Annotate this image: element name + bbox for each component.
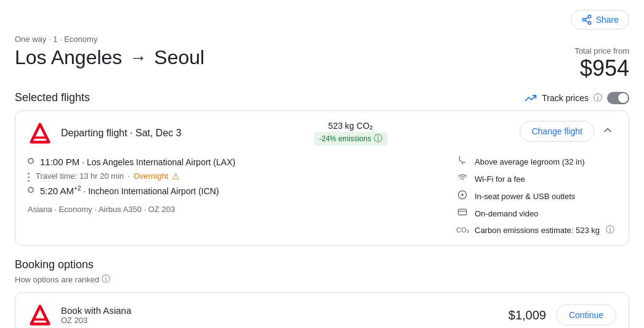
total-price-value: $954 — [574, 55, 629, 81]
legroom-icon — [456, 155, 469, 168]
trip-meta: One way · 1 · Economy — [15, 35, 629, 44]
departure-point: 11:00 PM · Los Angeles International Air… — [28, 155, 444, 169]
arrival-dot — [28, 187, 34, 193]
co2-info-icon[interactable]: ⓘ — [606, 224, 614, 236]
amenity-power-text: In-seat power & USB outlets — [475, 192, 575, 201]
dot-sep3: · — [83, 186, 88, 196]
svg-line-4 — [585, 17, 588, 19]
booking-airline-logo — [28, 303, 52, 327]
amenity-video: On-demand video — [456, 207, 616, 219]
track-prices-info-icon[interactable]: ⓘ — [594, 92, 602, 104]
share-icon — [581, 14, 592, 25]
wifi-icon — [456, 173, 469, 185]
booking-left: Book with Asiana OZ 203 — [28, 303, 131, 327]
origin-city: Los Angeles — [15, 46, 122, 69]
travel-time-label: Travel time: 13 hr 20 min — [36, 171, 124, 181]
chevron-up-icon — [602, 124, 614, 136]
flight-card-left: Departing flight · Sat, Dec 3 — [28, 121, 182, 146]
track-prices-icon — [525, 92, 537, 104]
emissions-badge: -24% emissions ⓘ — [314, 132, 387, 146]
share-label: Share — [596, 15, 619, 25]
departure-dot — [28, 158, 34, 164]
amenity-co2: CO₂ Carbon emissions estimate: 523 kg ⓘ — [456, 224, 616, 236]
departure-text: 11:00 PM · Los Angeles International Air… — [40, 155, 235, 169]
co2-icon: CO₂ — [456, 226, 469, 234]
booking-card: Book with Asiana OZ 203 $1,009 Continue — [15, 292, 629, 328]
continue-button[interactable]: Continue — [556, 305, 616, 326]
flight-route: 11:00 PM · Los Angeles International Air… — [28, 155, 444, 236]
route-dot-arrival — [28, 184, 34, 193]
svg-line-3 — [585, 20, 588, 22]
collapse-button[interactable] — [599, 121, 616, 142]
flight-card: Departing flight · Sat, Dec 3 523 kg CO₂… — [15, 110, 629, 246]
route-dots — [28, 171, 30, 183]
booking-subtitle: OZ 203 — [61, 316, 131, 325]
flight-info-text: Asiana · Economy · Airbus A350 · OZ 203 — [28, 205, 444, 214]
amenity-wifi: Wi-Fi for a fee — [456, 173, 616, 185]
amenity-wifi-text: Wi-Fi for a fee — [475, 174, 525, 184]
destination-city: Seoul — [154, 46, 204, 69]
booking-options-title: Booking options — [15, 258, 629, 271]
trip-title: Los Angeles → Seoul — [15, 46, 204, 69]
arrival-text: 5:20 AM+2 · Incheon International Airpor… — [40, 184, 219, 198]
power-icon — [456, 190, 469, 202]
amenity-power: In-seat power & USB outlets — [456, 190, 616, 202]
flight-details: 11:00 PM · Los Angeles International Air… — [28, 155, 616, 236]
warning-icon: ⚠ — [172, 171, 180, 181]
video-icon — [456, 207, 469, 219]
rank-info-icon[interactable]: ⓘ — [102, 274, 110, 285]
top-bar: Share — [15, 10, 629, 30]
departure-time: 11:00 PM — [40, 157, 79, 167]
booking-title: Book with Asiana — [61, 305, 131, 316]
change-flight-button[interactable]: Change flight — [520, 121, 594, 142]
arrival-time: 5:20 AM — [40, 186, 74, 196]
flight-departing-title: Departing flight · Sat, Dec 3 — [61, 128, 182, 139]
amenity-video-text: On-demand video — [475, 209, 538, 218]
arrival-airport: Incheon International Airport (ICN) — [88, 186, 219, 196]
booking-right: $1,009 Continue — [509, 305, 616, 326]
overnight-badge: Overnight — [134, 171, 168, 181]
selected-flights-header: Selected flights Track prices ⓘ — [15, 91, 629, 104]
booking-rank-text: How options are ranked ⓘ — [15, 274, 629, 285]
booking-asiana-logo — [29, 304, 51, 326]
track-prices-area: Track prices ⓘ — [525, 92, 629, 104]
arrival-point: 5:20 AM+2 · Incheon International Airpor… — [28, 184, 444, 198]
flight-card-right: Change flight — [520, 121, 616, 142]
trip-header: Los Angeles → Seoul Total price from $95… — [15, 46, 629, 81]
svg-marker-5 — [31, 125, 49, 142]
route-dot-departure — [28, 155, 34, 164]
flight-card-header: Departing flight · Sat, Dec 3 523 kg CO₂… — [28, 121, 616, 146]
track-prices-label: Track prices — [542, 93, 589, 103]
dot-sep2: · — [127, 171, 130, 181]
departure-airport: Los Angeles International Airport (LAX) — [87, 157, 235, 167]
amenity-legroom: Above average legroom (32 in) — [456, 155, 616, 168]
travel-time-row: Travel time: 13 hr 20 min · Overnight ⚠ — [36, 171, 180, 181]
arrival-superscript: +2 — [74, 185, 81, 192]
co2-section: 523 kg CO₂ -24% emissions ⓘ — [314, 121, 387, 146]
airline-logo — [28, 121, 52, 146]
dot-sep1: · — [82, 157, 87, 167]
booking-price: $1,009 — [509, 308, 546, 322]
svg-rect-10 — [458, 209, 466, 215]
booking-options-section: Booking options How options are ranked ⓘ… — [15, 258, 629, 328]
emissions-info-icon[interactable]: ⓘ — [374, 133, 382, 144]
booking-info: Book with Asiana OZ 203 — [61, 305, 131, 325]
selected-flights-title: Selected flights — [15, 91, 90, 104]
svg-marker-12 — [31, 306, 49, 324]
share-button[interactable]: Share — [571, 10, 629, 30]
track-prices-toggle[interactable] — [607, 92, 629, 104]
amenity-co2-text: Carbon emissions estimate: 523 kg — [475, 226, 600, 235]
amenity-legroom-text: Above average legroom (32 in) — [475, 157, 585, 166]
asiana-logo-svg — [29, 122, 51, 144]
co2-value: 523 kg CO₂ — [314, 121, 387, 131]
total-price-section: Total price from $954 — [574, 46, 629, 81]
emissions-label: -24% emissions — [319, 134, 371, 143]
amenities-section: Above average legroom (32 in) Wi-Fi for … — [456, 155, 616, 236]
total-price-label: Total price from — [574, 46, 629, 55]
direction-arrow: → — [129, 48, 147, 68]
route-line-container — [28, 171, 30, 183]
